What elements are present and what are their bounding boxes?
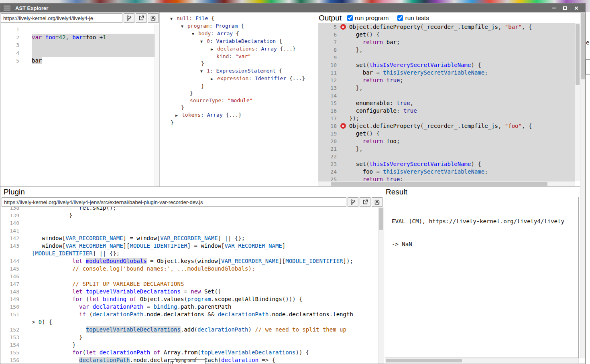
plugin-editor[interactable]: 138 ret.skip();139 }140141142 window[VAR…	[0, 207, 378, 364]
run-program-checkbox[interactable]	[347, 15, 353, 21]
code-line[interactable]: 143 window[VAR_RECORDER_NAME][MODULE_IDE…	[0, 242, 378, 250]
code-line[interactable]: 21 },	[318, 145, 575, 153]
code-line[interactable]: 9	[318, 54, 575, 61]
run-tests-checkbox[interactable]	[397, 15, 403, 21]
code-line[interactable]: 153 }	[0, 334, 378, 341]
ast-node[interactable]: ▼program: Program {	[170, 22, 315, 30]
collapse-icon[interactable]: ▼	[192, 30, 198, 38]
save-button[interactable]	[148, 13, 159, 23]
plugin-save-button[interactable]	[372, 197, 382, 207]
code-line[interactable]: 141	[0, 227, 378, 235]
ast-node[interactable]: }	[170, 119, 315, 126]
code-line[interactable]: 4	[0, 49, 155, 57]
code-line[interactable]: 16 configurable: true	[318, 107, 575, 115]
collapse-icon[interactable]: ▼	[181, 23, 187, 30]
expand-icon[interactable]: ▶	[211, 46, 217, 53]
code-line[interactable]: 5×Object.defineProperty(_recorder_.tempf…	[318, 23, 575, 31]
run-tests-toggle[interactable]: run tests	[397, 14, 429, 22]
scrollbar-thumb[interactable]	[331, 182, 547, 186]
minimize-button[interactable]	[548, 4, 559, 12]
source-editor-scrollbar[interactable]	[155, 24, 159, 186]
code-line[interactable]: 17});	[318, 115, 575, 122]
expand-icon[interactable]: ▶	[211, 75, 217, 83]
ast-node[interactable]: sourceType: "module"	[170, 97, 315, 104]
ast-node[interactable]: }	[170, 60, 315, 67]
code-line[interactable]: > 0) {	[0, 318, 378, 326]
code-line[interactable]: 151 if (declarationPath.node.declaration…	[0, 311, 378, 318]
ast-node[interactable]: kind: "var"	[170, 53, 315, 60]
ast-node[interactable]: ▼body: Array {	[170, 30, 315, 38]
code-line[interactable]: 147 // SPLIT UP VARIABLE DECLARATIONS	[0, 280, 378, 288]
scrollbar-thumb[interactable]	[379, 208, 383, 230]
code-line[interactable]: 142 window[VAR_RECORDER_NAME] = window[V…	[0, 235, 378, 242]
collapse-icon[interactable]: ▼	[200, 68, 207, 75]
code-line[interactable]: 2var foo=42, bar=foo +1	[0, 34, 155, 42]
code-line[interactable]: 144 let moduleBoundGlobals = Object.keys…	[0, 257, 378, 265]
scrollbar-thumb[interactable]	[581, 13, 585, 79]
code-line[interactable]: 19 get() {	[318, 130, 575, 138]
code-line[interactable]: 7 return bar;	[318, 38, 575, 46]
output-vertical-scrollbar[interactable]	[575, 23, 580, 181]
code-line[interactable]: 15 enumerable: true,	[318, 99, 575, 107]
code-line[interactable]: 10 set(thisIsVererySecretVariableName) {	[318, 61, 575, 69]
code-line[interactable]: 152 topLevelVariableDeclarations.add(dec…	[0, 326, 378, 334]
code-line[interactable]: [MODULE_IDENTIFIER] || {};	[0, 250, 378, 257]
run-program-toggle[interactable]: run program	[347, 14, 389, 22]
code-line[interactable]: 138 ret.skip();	[0, 207, 378, 212]
ast-node[interactable]: }	[170, 83, 315, 90]
code-line[interactable]: 149 for (let binding of Object.values(pr…	[0, 295, 378, 303]
ast-node[interactable]: ▼null: File {	[170, 15, 315, 22]
error-icon[interactable]: ×	[340, 24, 346, 30]
ast-node[interactable]: }	[170, 90, 315, 97]
code-line[interactable]: 24 foo = thisIsVererySecretVariableName;	[318, 168, 575, 176]
plugin-url-input[interactable]	[2, 197, 346, 207]
ast-node[interactable]: ▼1: ExpressionStatement {	[170, 67, 315, 75]
ast-tree-panel[interactable]: ▼null: File {▼program: Program {▼body: A…	[160, 12, 315, 186]
source-url-input[interactable]	[1, 13, 122, 23]
plugin-version-control-button[interactable]	[348, 197, 358, 207]
code-line[interactable]: 14	[318, 92, 575, 99]
menu-icon[interactable]	[4, 6, 10, 10]
source-editor[interactable]: 12var foo=42, bar=foo +1345bar	[0, 24, 155, 186]
collapse-icon[interactable]: ▼	[170, 15, 177, 22]
collapse-icon[interactable]: ▼	[200, 38, 207, 45]
bottom-overlay[interactable]: bying onto md	[169, 359, 205, 364]
output-editor[interactable]: 5×Object.defineProperty(_recorder_.tempf…	[318, 23, 575, 181]
code-line[interactable]: 148 let topLevelVariableDeclarations = n…	[0, 288, 378, 295]
page-scrollbar[interactable]	[580, 12, 585, 358]
code-line[interactable]: 11 bar = thisIsVererySecretVariableName;	[318, 69, 575, 77]
version-control-button[interactable]	[124, 13, 134, 23]
scrollbar-thumb[interactable]	[386, 359, 462, 362]
plugin-open-button[interactable]	[360, 197, 370, 207]
code-line[interactable]: 154 }	[0, 341, 378, 349]
window-titlebar[interactable]: AST Explorer ×	[0, 4, 585, 12]
open-button[interactable]	[136, 13, 146, 23]
ast-node[interactable]: }	[170, 104, 315, 111]
code-line[interactable]: 8 },	[318, 46, 575, 54]
ast-node[interactable]: ▼0: VariableDeclaration {	[170, 38, 315, 45]
code-line[interactable]: 139 }	[0, 212, 378, 219]
code-line[interactable]: 146	[0, 273, 378, 280]
code-line[interactable]: 22	[318, 153, 575, 160]
code-line[interactable]: 13 },	[318, 84, 575, 92]
code-line[interactable]: 140	[0, 219, 378, 227]
code-line[interactable]: 145 // console.log('bound names:', ...mo…	[0, 265, 378, 273]
result-scrollbar[interactable]	[385, 358, 579, 363]
ast-node[interactable]: ▶expression: Identifier {...}	[170, 75, 315, 83]
close-button[interactable]: ×	[571, 4, 582, 12]
code-line[interactable]: 155 for(let declarationPath of Array.fro…	[0, 349, 378, 356]
ast-node[interactable]: ▶declarations: Array {...}	[170, 45, 315, 53]
code-line[interactable]: 25 return true;	[318, 176, 575, 181]
error-icon[interactable]: ×	[340, 123, 346, 129]
scrollbar-thumb[interactable]	[576, 24, 580, 85]
code-line[interactable]: 6 get() {	[318, 31, 575, 38]
code-line[interactable]: 150 var declarationPath = binding.path.p…	[0, 303, 378, 311]
code-line[interactable]: 18×Object.defineProperty(_recorder_.temp…	[318, 122, 575, 130]
code-line[interactable]: 12 return true;	[318, 77, 575, 84]
code-line[interactable]: 1	[0, 26, 155, 34]
code-line[interactable]: 20 return foo;	[318, 138, 575, 145]
maximize-button[interactable]	[559, 4, 571, 12]
ast-node[interactable]: ▶tokens: Array {...}	[170, 111, 315, 119]
plugin-scrollbar[interactable]	[378, 207, 384, 364]
output-horizontal-scrollbar[interactable]	[318, 181, 575, 186]
